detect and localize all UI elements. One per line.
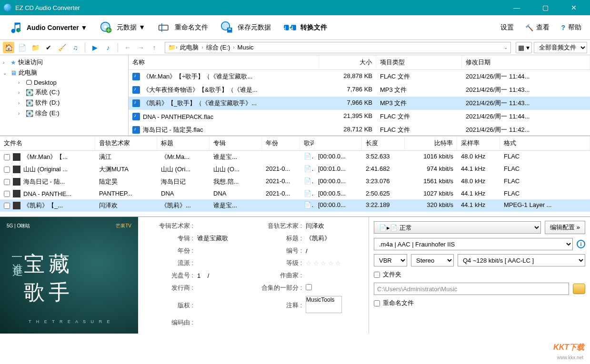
rename-button[interactable]: 重命名文件 bbox=[153, 18, 212, 37]
col-bitrate[interactable]: 比特率 bbox=[405, 136, 457, 150]
track-list[interactable]: 文件名 音轨艺术家 标题 专辑 年份 歌词 长度 比特率 采样率 格式 《Mr.… bbox=[0, 136, 590, 217]
value-trackno[interactable]: / bbox=[306, 247, 362, 255]
track-row[interactable]: DNA - PANTHE...PANTHEP...DNADNA2021-0...… bbox=[0, 188, 590, 199]
track-row[interactable]: 海岛日记 - 陆...陆定昊海岛日记我想.陪...2021-0...📄[00:0… bbox=[0, 176, 590, 188]
file-filter-dropdown[interactable]: 全部音频文件 bbox=[534, 42, 587, 53]
col-samplerate[interactable]: 采样率 bbox=[457, 136, 500, 150]
add-folder-icon[interactable]: 📁 bbox=[30, 42, 41, 53]
stereo-dropdown[interactable]: Stereo bbox=[411, 254, 454, 266]
lyrics-icon: 📄 bbox=[304, 177, 314, 185]
format-dropdown[interactable]: .m4a | AAC | Fraunhofer IIS bbox=[374, 238, 573, 250]
col-offset[interactable] bbox=[314, 136, 362, 150]
settings-button[interactable]: 设置 bbox=[497, 21, 518, 34]
tree-drive-c[interactable]: ›💽 系统 (C:) bbox=[0, 87, 128, 98]
track-checkbox[interactable] bbox=[4, 179, 10, 185]
view-button[interactable]: 🔨 查看 bbox=[521, 21, 553, 34]
col-name[interactable]: 名称 bbox=[129, 55, 319, 69]
close-button[interactable]: ✕ bbox=[565, 4, 582, 11]
file-row[interactable]: 海岛日记 - 陆定昊.flac28,712 KBFLAC 文件2021/4/26… bbox=[129, 123, 590, 136]
breadcrumb[interactable]: 📁 › 此电脑 › 综合 (E:) › Music ⌄ bbox=[165, 42, 511, 53]
help-button[interactable]: ? 帮助 bbox=[557, 21, 585, 34]
quality-dropdown[interactable]: Q4 ~128 kbit/s [ AAC-LC ] bbox=[458, 254, 585, 266]
breadcrumb-pc[interactable]: 此电脑 bbox=[177, 43, 201, 52]
music-icon[interactable]: ♪ bbox=[102, 42, 114, 53]
track-thumb bbox=[13, 153, 20, 161]
col-year[interactable]: 年份 bbox=[262, 136, 300, 150]
col-lyrics[interactable]: 歌词 bbox=[300, 136, 314, 150]
folder-checkbox[interactable] bbox=[374, 272, 380, 278]
track-checkbox[interactable] bbox=[4, 154, 10, 160]
convert-button[interactable]: 转换文件 bbox=[279, 18, 331, 37]
preset-dropdown[interactable]: 📄▸📄 正常 bbox=[374, 221, 541, 234]
value-album[interactable]: 谁是宝藏歌 bbox=[197, 234, 253, 243]
col-album[interactable]: 专辑 bbox=[210, 136, 262, 150]
breadcrumb-drive[interactable]: 综合 (E:) bbox=[203, 43, 233, 52]
expander-icon[interactable]: ⌄ bbox=[3, 70, 9, 76]
track-row[interactable]: 山山 (Original ...大渊MUTA山山 (Ori...山山 (O...… bbox=[0, 163, 590, 176]
chevron-down-icon[interactable]: ⌄ bbox=[504, 45, 508, 50]
file-list-header[interactable]: 名称 大小 项目类型 修改日期 bbox=[129, 55, 590, 70]
minimize-button[interactable]: — bbox=[508, 4, 525, 11]
file-row[interactable]: 《Mr.Man》【÷歌手】（《谁是宝藏歌...28,878 KBFLAC 文件2… bbox=[129, 70, 590, 83]
tree-this-pc[interactable]: ⌄ 🖥 此电脑 bbox=[0, 68, 128, 78]
rename-checkbox-label[interactable]: 重命名文件 bbox=[374, 299, 414, 307]
track-checkbox[interactable] bbox=[4, 203, 10, 209]
check-icon[interactable]: ✔ bbox=[43, 42, 54, 53]
expander-icon[interactable]: › bbox=[3, 60, 9, 65]
add-file-icon[interactable]: 📄 bbox=[16, 42, 28, 53]
view-mode-icon[interactable]: ▦ ▾ bbox=[516, 42, 532, 53]
file-icon bbox=[132, 126, 140, 134]
breadcrumb-folder[interactable]: Music bbox=[235, 44, 257, 51]
track-row[interactable]: 《凯莉》【_...闫泽欢《凯莉》...谁是宝...📄[00:00.0...3:2… bbox=[0, 199, 590, 212]
comment-textarea[interactable]: MusicTools bbox=[306, 296, 342, 313]
tree-quick-access[interactable]: › ★ 快速访问 bbox=[0, 57, 128, 68]
maximize-button[interactable]: ▢ bbox=[537, 4, 554, 11]
folder-checkbox-label[interactable]: 文件夹 bbox=[374, 270, 401, 279]
tag-icon[interactable]: ♫ bbox=[70, 42, 81, 53]
track-checkbox[interactable] bbox=[4, 191, 10, 197]
audio-converter-dropdown[interactable]: Audio Converter ▼ bbox=[5, 18, 91, 37]
vbr-dropdown[interactable]: VBR bbox=[374, 254, 407, 266]
col-length[interactable]: 长度 bbox=[362, 136, 405, 150]
col-title[interactable]: 标题 bbox=[157, 136, 210, 150]
tree-drive-d[interactable]: ›💽 软件 (D:) bbox=[0, 98, 128, 108]
compilation-checkbox[interactable] bbox=[306, 284, 312, 290]
tree-desktop[interactable]: ›🖵 Desktop bbox=[0, 78, 128, 87]
value-title[interactable]: 《凯莉》 bbox=[306, 234, 362, 243]
home-icon[interactable]: 🏠 bbox=[3, 42, 14, 53]
value-discno[interactable]: 1 / bbox=[197, 272, 253, 279]
col-format[interactable]: 格式 bbox=[500, 136, 590, 150]
info-icon[interactable]: i bbox=[577, 240, 585, 248]
play-icon[interactable]: ▶ bbox=[89, 42, 100, 53]
up-icon[interactable]: ↑ bbox=[149, 42, 160, 53]
file-row[interactable]: DNA - PANTHEPACK.flac21,395 KBFLAC 文件202… bbox=[129, 110, 590, 123]
track-checkbox[interactable] bbox=[4, 167, 10, 173]
col-date[interactable]: 修改日期 bbox=[462, 55, 590, 69]
output-folder-input[interactable] bbox=[374, 283, 569, 295]
clear-icon[interactable]: 🧹 bbox=[56, 42, 68, 53]
back-icon[interactable]: ← bbox=[122, 42, 133, 53]
col-type[interactable]: 项目类型 bbox=[376, 55, 462, 69]
tree-drive-e[interactable]: ›💽 综合 (E:) bbox=[0, 108, 128, 118]
forward-icon[interactable]: → bbox=[135, 42, 147, 53]
col-size[interactable]: 大小 bbox=[319, 55, 376, 69]
track-list-header[interactable]: 文件名 音轨艺术家 标题 专辑 年份 歌词 长度 比特率 采样率 格式 bbox=[0, 136, 590, 151]
track-row[interactable]: 《Mr.Man》【...满江《Mr.Ma...谁是宝...📄[00:00.0..… bbox=[0, 151, 590, 163]
watermark-logo: KKT下载 bbox=[553, 343, 584, 353]
lyrics-icon: 📄 bbox=[304, 153, 314, 160]
save-metadata-button[interactable]: 保存元数据 bbox=[216, 18, 275, 37]
value-track-artist[interactable]: 闫泽欢 bbox=[306, 222, 362, 230]
album-cover: 5G | O咪咕 芒果TV 谁|是 宝藏 歌手 T H E T R E A S … bbox=[0, 217, 138, 334]
metadata-button[interactable]: 元数据 ▼ bbox=[95, 18, 149, 37]
rating-stars[interactable]: ☆ ☆ ☆ ☆ ☆ bbox=[306, 260, 362, 267]
file-row[interactable]: 《凯莉》【_歌手】（《谁是宝藏歌手》...7,966 KBMP3 文件2021/… bbox=[129, 97, 590, 110]
col-artist[interactable]: 音轨艺术家 bbox=[95, 136, 157, 150]
folder-tree[interactable]: › ★ 快速访问 ⌄ 🖥 此电脑 ›🖵 Desktop ›💽 系统 (C:) ›… bbox=[0, 55, 129, 136]
rename-checkbox[interactable] bbox=[374, 300, 380, 306]
edit-config-button[interactable]: 编辑配置 » bbox=[545, 221, 585, 234]
metadata-panel: 专辑艺术家 音轨艺术家闫泽欢 专辑谁是宝藏歌 标题《凯莉》 年份 编号/ 流派 … bbox=[138, 217, 369, 334]
file-row[interactable]: 《大年夜怪奇物语》【&歌手】（《谁是...7,786 KBMP3 文件2021/… bbox=[129, 83, 590, 97]
browse-folder-icon[interactable] bbox=[573, 284, 585, 294]
file-list[interactable]: 名称 大小 项目类型 修改日期 《Mr.Man》【÷歌手】（《谁是宝藏歌...2… bbox=[129, 55, 590, 136]
col-file[interactable]: 文件名 bbox=[0, 136, 95, 150]
